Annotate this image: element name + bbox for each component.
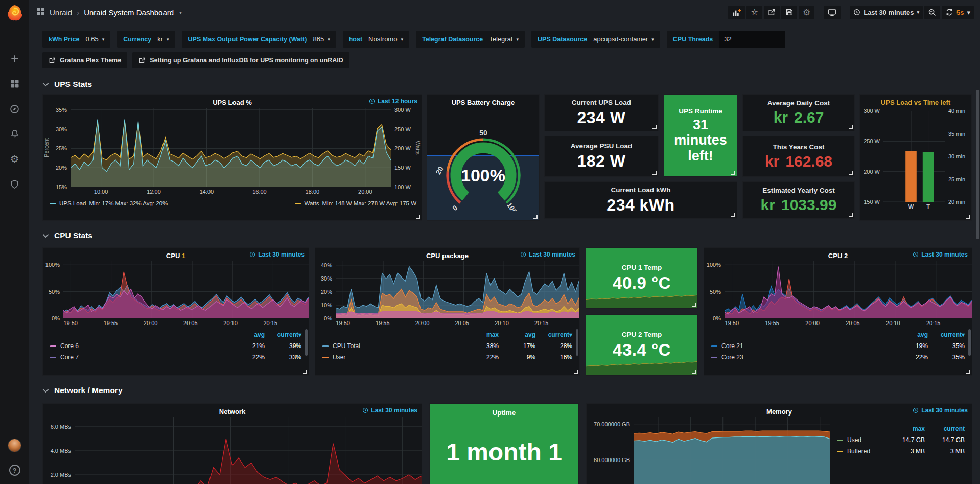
panel-time-override-link[interactable]: Last 30 minutes (520, 251, 575, 258)
legend-header-avg[interactable]: avg (499, 331, 535, 338)
panel-title[interactable]: CPU 2 (828, 252, 848, 260)
cpu-package-plot[interactable] (336, 261, 579, 318)
legend-header-current[interactable]: current▾ (535, 331, 572, 338)
series-name[interactable]: Core 21 (711, 342, 891, 350)
legend-scrollbar[interactable] (305, 329, 308, 356)
panel-title[interactable]: Memory (766, 408, 792, 416)
panel-current-load-kwh: Current Load kWh 234 kWh (544, 181, 737, 219)
share-dashboard-button[interactable] (764, 6, 780, 19)
cycle-view-mode-button[interactable] (824, 6, 841, 19)
legend-header-current[interactable]: current▾ (265, 331, 301, 338)
variable-value-dropdown[interactable]: kr▾ (157, 35, 169, 43)
y-axis-left: 6.0 MBs4.0 MBs2.0 MBs (43, 417, 75, 484)
variable-value-dropdown[interactable]: Telegraf▾ (489, 35, 519, 43)
series-name[interactable]: Used (837, 436, 885, 444)
panel-title[interactable]: CPU 1 (166, 252, 185, 260)
create-icon[interactable] (9, 53, 20, 64)
legend-header-max[interactable]: max (885, 425, 925, 432)
link-grafana-plex-theme[interactable]: Grafana Plex Theme (42, 52, 127, 68)
variable-label: host (349, 36, 362, 43)
panel-average-daily-cost: Average Daily Cost kr2.67 (742, 94, 855, 131)
legend-header-avg[interactable]: avg (228, 331, 265, 338)
breadcrumb-dashboard-title[interactable]: Unraid System Dashboard (84, 8, 174, 17)
time-range-picker[interactable]: Last 30 minutes ▾ (850, 6, 923, 19)
panel-network: Network Last 30 minutes 6.0 MBs4.0 MBs2.… (42, 403, 422, 484)
panel-cpu-1-temp: CPU 1 Temp 40.9 °C (586, 247, 698, 309)
breadcrumb-caret-icon[interactable]: ▾ (179, 10, 182, 15)
dashboard-settings-button[interactable]: ⚙ (799, 6, 814, 19)
cpu-threads-input[interactable] (719, 31, 785, 48)
ups-stats-grid: Current UPS Load 234 W UPS Runtime 31 mi… (544, 94, 855, 221)
panel-time-override-link[interactable]: Last 30 minutes (362, 407, 417, 414)
panel-title[interactable]: UPS Battery Charge (452, 99, 515, 106)
zoom-out-time-button[interactable] (924, 6, 940, 19)
y-axis-right: 40 min35 min30 min25 min20 min (945, 111, 971, 202)
series-name[interactable]: Watts (305, 200, 319, 206)
explore-icon[interactable] (9, 103, 20, 114)
help-icon[interactable]: ? (9, 465, 20, 476)
alerting-bell-icon[interactable] (9, 128, 20, 140)
panel-time-override-link[interactable]: Last 30 minutes (913, 407, 968, 414)
panel-time-override-link[interactable]: Last 30 minutes (249, 251, 305, 258)
panel-ups-runtime: UPS Runtime 31 minutes left! (664, 94, 737, 177)
section-ups-stats[interactable]: UPS Stats (42, 77, 980, 92)
panel-title[interactable]: UPS Load vs Time left (881, 99, 950, 106)
variable-label: UPS Datasource (538, 36, 587, 43)
scrollbar-thumb[interactable] (976, 90, 979, 239)
section-network-memory[interactable]: Network / Memory (42, 383, 980, 398)
legend-header-current[interactable]: current▾ (928, 331, 965, 338)
battery-gauge: 02050100 100% (427, 108, 539, 220)
section-cpu-stats[interactable]: CPU Stats (42, 228, 980, 243)
panel-cpu-package: CPU package Last 30 minutes 40%30%20%10%… (315, 247, 580, 376)
y-axis-left: 100%50%0% (704, 261, 725, 318)
series-name[interactable]: User (322, 354, 462, 361)
refresh-interval-label[interactable]: 5s (956, 9, 964, 16)
panel-ups-load-graph: UPS Load % Last 12 hours Percent 35%30%2… (42, 94, 422, 221)
ups-load-plot[interactable] (71, 108, 391, 187)
dashboards-icon[interactable] (9, 78, 20, 89)
panel-title[interactable]: CPU package (426, 252, 469, 260)
configuration-gear-icon[interactable]: ⚙ (9, 153, 20, 165)
variable-value-dropdown[interactable]: Nostromo▾ (368, 35, 403, 43)
legend-header-avg[interactable]: avg (891, 331, 928, 338)
series-name[interactable]: Buffered (837, 448, 885, 455)
panel-title[interactable]: Network (219, 408, 245, 416)
series-name[interactable]: CPU Total (322, 342, 462, 350)
legend-header-current[interactable]: current (925, 425, 965, 432)
user-avatar[interactable] (8, 439, 21, 452)
star-dashboard-button[interactable]: ☆ (746, 6, 762, 19)
legend-header-max[interactable]: max (462, 331, 499, 338)
graph-legend: UPS Load Min: 17% Max: 32% Avg: 20% Watt… (43, 197, 422, 210)
memory-plot[interactable] (634, 417, 830, 484)
link-ups-monitoring-guide[interactable]: Setting up Grafana and InfluxDB for UPS … (132, 52, 349, 68)
variable-label: UPS Max Output Power Capacity (Watt) (188, 36, 307, 43)
breadcrumb-folder[interactable]: Unraid (50, 8, 72, 17)
series-name[interactable]: Core 23 (711, 354, 891, 361)
bars-plot[interactable] (883, 111, 945, 202)
row-ups-stats: UPS Load % Last 12 hours Percent 35%30%2… (42, 94, 980, 221)
series-name[interactable]: Core 7 (50, 354, 228, 361)
add-panel-button[interactable] (728, 6, 745, 19)
panel-time-override-link[interactable]: Last 30 minutes (913, 251, 968, 258)
legend-row: Core 21 19% 35% (711, 340, 965, 352)
page-scrollbar[interactable] (975, 0, 980, 484)
server-admin-shield-icon[interactable] (9, 178, 20, 190)
legend-scrollbar[interactable] (968, 329, 971, 356)
panel-this-years-cost: This Years Cost kr162.68 (742, 136, 855, 177)
grafana-logo-icon[interactable] (6, 4, 24, 21)
panel-ups-load-vs-time-left: UPS Load vs Time left 300 W250 W200 W150… (859, 94, 972, 221)
clock-icon (362, 407, 368, 413)
cpu1-plot[interactable] (63, 261, 309, 318)
legend-scrollbar[interactable] (576, 329, 578, 356)
save-dashboard-button[interactable] (781, 6, 797, 19)
series-name[interactable]: Core 6 (50, 342, 228, 350)
variable-value-dropdown[interactable]: 865▾ (313, 35, 330, 43)
variable-value-dropdown[interactable]: 0.65▾ (85, 35, 104, 43)
series-name[interactable]: UPS Load (59, 200, 86, 206)
panel-time-override-link[interactable]: Last 12 hours (369, 98, 417, 105)
variable-value-dropdown[interactable]: apcupsd-container▾ (593, 35, 654, 43)
refresh-picker[interactable]: 5s ▾ (942, 6, 974, 19)
panel-title[interactable]: UPS Load % (213, 99, 252, 106)
network-plot[interactable] (75, 417, 422, 484)
cpu2-plot[interactable] (725, 261, 972, 318)
